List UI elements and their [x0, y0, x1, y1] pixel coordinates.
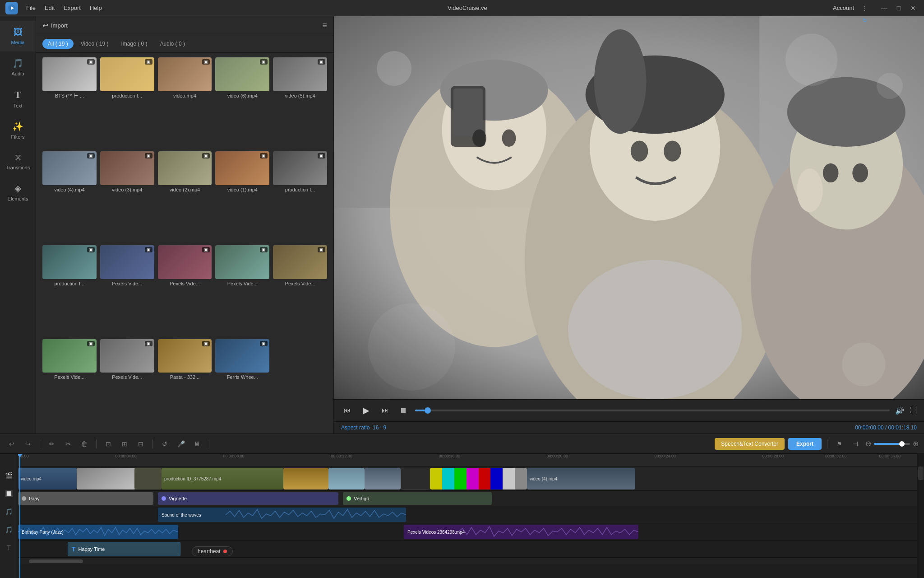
zoom-handle[interactable]: [899, 441, 905, 447]
stop-button[interactable]: ⏹: [397, 404, 410, 417]
list-item[interactable]: ▣ Pexels Vide...: [158, 245, 212, 336]
fullscreen-button[interactable]: ⛶: [910, 406, 917, 415]
list-item[interactable]: ▣ video (6).mp4: [215, 57, 269, 148]
cut-button[interactable]: ✂: [62, 438, 74, 450]
menu-file[interactable]: File: [26, 5, 36, 11]
speech-text-button[interactable]: Speech&Text Converter: [715, 438, 785, 450]
mic-button[interactable]: 🎤: [175, 438, 187, 450]
text-clip-happy-time[interactable]: T Happy Time: [68, 542, 180, 556]
sidebar-item-audio[interactable]: 🎵 Audio: [0, 51, 36, 83]
menu-help[interactable]: Help: [90, 5, 102, 11]
filter-clip-vertigo[interactable]: Vertigo: [343, 492, 492, 505]
list-item[interactable]: ▣ video (2).mp4: [158, 151, 212, 242]
list-item[interactable]: ▣ production I...: [273, 151, 327, 242]
scrollbar-thumb[interactable]: [29, 559, 83, 563]
list-item[interactable]: ▣ video (4).mp4: [42, 151, 97, 242]
close-button[interactable]: ✕: [908, 3, 919, 14]
sidebar-item-text[interactable]: T Text: [0, 83, 36, 115]
zoom-slider[interactable]: [874, 443, 910, 445]
list-item[interactable]: ▣ BTS (™ ⊢ ...: [42, 57, 97, 148]
text-track-icon[interactable]: T: [0, 539, 18, 557]
account-label[interactable]: Account: [833, 5, 854, 11]
export-button[interactable]: Export: [788, 438, 822, 450]
list-item[interactable]: ▣ production I...: [100, 57, 154, 148]
list-item[interactable]: ▣ Pexels Vide...: [42, 339, 97, 429]
tab-audio[interactable]: Audio ( 0 ): [155, 39, 190, 49]
menu-export[interactable]: Export: [64, 5, 81, 11]
redo-button[interactable]: ↪: [22, 438, 34, 450]
media-menu-icon[interactable]: ≡: [322, 21, 327, 30]
list-item[interactable]: ▣ production I...: [42, 245, 97, 336]
audio-track-2-icon[interactable]: 🎵: [0, 521, 18, 539]
filter-clip-vignette[interactable]: Vignette: [158, 492, 338, 505]
list-item[interactable]: ▣ Pexels Vide...: [100, 245, 154, 336]
audio-clip-pexels[interactable]: Pexels Videos 2364298.mp4: [404, 525, 638, 539]
rotate-button[interactable]: ↺: [158, 438, 171, 450]
pen-tool-button[interactable]: ✏: [46, 438, 58, 450]
timeline-scrollbar[interactable]: [18, 558, 917, 564]
list-item[interactable]: ▣ video (5).mp4: [273, 57, 327, 148]
menu-edit[interactable]: Edit: [45, 5, 55, 11]
heartbeat-pill[interactable]: heartbeat: [192, 546, 233, 556]
fast-forward-button[interactable]: ⏭: [379, 404, 392, 417]
sidebar-item-transitions[interactable]: ⧖ Transitions: [0, 146, 36, 177]
tab-all[interactable]: All ( 19 ): [42, 39, 74, 49]
toolbar-divider-3: [152, 439, 153, 448]
list-item[interactable]: ▣ video (1).mp4: [215, 151, 269, 242]
video-track-icon[interactable]: 🎬: [0, 466, 18, 485]
video-clip[interactable]: production ID_3775287.mp4: [162, 468, 283, 489]
media-thumb: ▣: [100, 339, 154, 373]
filter-clip-gray[interactable]: Gray: [18, 492, 153, 505]
volume-icon[interactable]: 🔊: [895, 406, 904, 415]
list-item[interactable]: ▣ Pexels Vide...: [273, 245, 327, 336]
video-clip[interactable]: video (4).mp4: [527, 468, 635, 489]
sidebar-transitions-label: Transitions: [6, 165, 30, 170]
list-item[interactable]: ▣ Pasta - 332...: [158, 339, 212, 429]
zoom-in-button[interactable]: ⊕: [913, 439, 919, 448]
vertical-scrollbar[interactable]: [918, 466, 924, 480]
list-item[interactable]: ▣ Pexels Vide...: [100, 339, 154, 429]
progress-bar[interactable]: [415, 410, 890, 411]
tab-image[interactable]: Image ( 0 ): [116, 39, 153, 49]
crop-button[interactable]: ⊡: [102, 438, 115, 450]
media-item-label: video (5).mp4: [273, 93, 327, 98]
list-item[interactable]: ▣ video.mp4: [158, 57, 212, 148]
play-button[interactable]: ▶: [359, 403, 374, 418]
video-clip[interactable]: [134, 468, 162, 489]
aspect-ratio-value[interactable]: 16 : 9: [373, 424, 386, 431]
list-item[interactable]: ▣ Ferris Whee...: [215, 339, 269, 429]
filter-track-icon[interactable]: 🔲: [0, 485, 18, 503]
list-item[interactable]: ▣ video (3).mp4: [100, 151, 154, 242]
import-button[interactable]: ↩ Import: [42, 21, 68, 30]
progress-handle[interactable]: [425, 407, 431, 414]
marker-button[interactable]: ⚑: [833, 438, 845, 450]
more-icon[interactable]: ⋮: [861, 5, 867, 11]
sidebar-item-media[interactable]: 🖼 Media: [0, 21, 36, 51]
tab-video[interactable]: Video ( 19 ): [75, 39, 114, 49]
svg-point-29: [877, 73, 903, 99]
video-clip[interactable]: [77, 468, 135, 489]
maximize-button[interactable]: □: [893, 3, 904, 14]
fit-button[interactable]: ⊞: [118, 438, 131, 450]
video-clip[interactable]: [365, 468, 401, 489]
list-item[interactable]: ▣ Pexels Vide...: [215, 245, 269, 336]
screen-record-button[interactable]: 🖥: [191, 438, 203, 450]
delete-button[interactable]: 🗑: [78, 438, 91, 450]
audio-track-1-icon[interactable]: 🎵: [0, 503, 18, 521]
undo-button[interactable]: ↩: [5, 438, 18, 450]
audio-clip-birthday[interactable]: Birthday Party (Jazz): [18, 525, 178, 539]
rewind-button[interactable]: ⏮: [341, 404, 354, 417]
align-button[interactable]: ⊟: [134, 438, 147, 450]
video-clip[interactable]: [283, 468, 328, 489]
split-button[interactable]: ⊣: [849, 438, 862, 450]
video-clip[interactable]: video.mp4: [18, 468, 77, 489]
video-clip[interactable]: [328, 468, 365, 489]
video-clip[interactable]: [430, 468, 527, 489]
sidebar-item-elements[interactable]: ◈ Elements: [0, 177, 36, 208]
sidebar-item-filters[interactable]: ✨ Filters: [0, 115, 36, 146]
timeline-main[interactable]: 00:00:00.00 00:00:04.00 00:00:08.00 00:0…: [18, 454, 917, 578]
audio-clip-waves[interactable]: Sound of the waves: [158, 508, 406, 522]
video-clip[interactable]: [401, 468, 430, 489]
zoom-out-button[interactable]: ⊖: [865, 439, 871, 448]
minimize-button[interactable]: —: [879, 3, 890, 14]
